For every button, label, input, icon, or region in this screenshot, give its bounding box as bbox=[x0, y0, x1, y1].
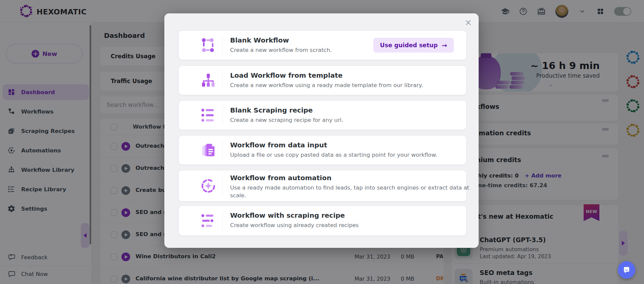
divider bbox=[222, 36, 223, 55]
option-title: Workflow with scraping recipe bbox=[230, 211, 345, 219]
option-title: Blank Scraping recipe bbox=[230, 106, 313, 114]
option-title: Blank Workflow bbox=[230, 36, 289, 44]
option-workflow-from-data-input[interactable]: Workflow from data input Upload a file o… bbox=[179, 136, 466, 164]
option-desc: Create a new workflow from scratch. bbox=[230, 47, 332, 53]
recipe-workflow-icon bbox=[200, 212, 217, 229]
option-desc: Create a new scraping recipe for any url… bbox=[230, 117, 343, 123]
option-desc: Create a new workflow using a ready made… bbox=[230, 82, 423, 88]
option-title: Workflow from automation bbox=[230, 174, 331, 182]
option-desc: Create workflow using already created re… bbox=[230, 222, 359, 228]
option-workflow-from-automation[interactable]: Workflow from automation Use a ready mad… bbox=[179, 170, 466, 201]
app: HEXOMATIC New bbox=[0, 0, 644, 284]
option-title: Workflow from data input bbox=[230, 141, 327, 149]
arrow-right-icon: → bbox=[442, 42, 447, 49]
workflow-nodes-icon bbox=[200, 37, 217, 54]
divider bbox=[222, 211, 223, 231]
option-workflow-with-scraping-recipe[interactable]: Workflow with scraping recipe Create wor… bbox=[179, 206, 466, 235]
recipe-list-icon bbox=[200, 106, 217, 124]
option-load-workflow-template[interactable]: Load Workflow from template Create a new… bbox=[179, 66, 466, 95]
template-tree-icon bbox=[200, 72, 217, 89]
use-guided-setup-button[interactable]: Use guided setup → bbox=[373, 38, 454, 53]
option-blank-scraping-recipe[interactable]: Blank Scraping recipe Create a new scrap… bbox=[179, 101, 466, 130]
divider bbox=[222, 140, 223, 160]
option-title: Load Workflow from template bbox=[230, 71, 342, 79]
option-desc: Upload a file or use copy pasted data as… bbox=[230, 152, 437, 158]
guided-setup-label: Use guided setup bbox=[380, 42, 438, 49]
chat-bubble-icon bbox=[622, 265, 631, 275]
option-desc: Use a ready made automation to find lead… bbox=[230, 184, 482, 199]
create-new-modal: × Blank Workflow Create a new workflow f… bbox=[164, 13, 479, 248]
divider bbox=[222, 175, 223, 197]
documents-icon bbox=[200, 141, 217, 159]
close-icon[interactable]: × bbox=[463, 16, 474, 29]
divider bbox=[222, 71, 223, 90]
option-blank-workflow[interactable]: Blank Workflow Create a new workflow fro… bbox=[179, 31, 466, 60]
chat-widget-button[interactable] bbox=[618, 261, 635, 279]
automation-cycle-icon bbox=[200, 177, 217, 195]
divider bbox=[222, 105, 223, 125]
